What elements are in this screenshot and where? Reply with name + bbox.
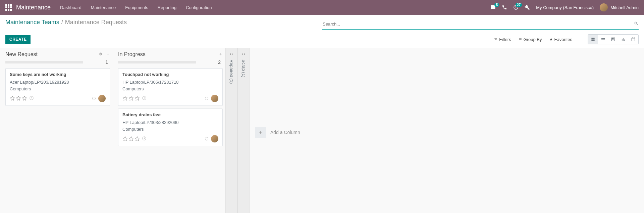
kanban-card[interactable]: Some keys are not workingAcer Laptop/LP/… xyxy=(5,68,110,106)
progress-bar[interactable] xyxy=(118,61,196,63)
view-kanban-button[interactable] xyxy=(588,35,598,44)
nav-maintenance[interactable]: Maintenance xyxy=(91,5,116,10)
view-list-button[interactable] xyxy=(598,35,608,44)
add-column-label[interactable]: Add a Column xyxy=(270,130,300,135)
view-graph-button[interactable] xyxy=(618,35,628,44)
priority-stars[interactable] xyxy=(122,136,140,141)
activity-icon[interactable] xyxy=(142,136,147,142)
favorites-button[interactable]: Favorites xyxy=(549,37,572,42)
gear-icon[interactable] xyxy=(99,52,103,57)
user-name: Mitchell Admin xyxy=(610,5,639,10)
kanban-folded-column[interactable]: Repaired (1) xyxy=(225,48,237,213)
card-category: Computers xyxy=(122,126,218,133)
column-title[interactable]: New Request xyxy=(5,51,38,57)
plus-icon[interactable] xyxy=(106,52,110,57)
search-bar xyxy=(322,19,639,30)
card-equipment: HP Laptop/LP/303/28292090 xyxy=(122,119,218,126)
folded-column-title: Repaired (1) xyxy=(229,59,234,84)
user-menu[interactable]: Mitchell Admin xyxy=(600,3,639,11)
kanban-card[interactable]: Battery drains fastHP Laptop/LP/303/2829… xyxy=(118,109,223,146)
folded-column-title: Scrap (1) xyxy=(241,59,246,77)
view-switcher xyxy=(588,34,639,44)
breadcrumb-current: Maintenance Requests xyxy=(65,19,127,26)
filters-button[interactable]: Filters xyxy=(494,37,511,42)
view-calendar-button[interactable] xyxy=(628,35,638,44)
activity-icon[interactable] xyxy=(142,96,147,101)
activity-badge: 27 xyxy=(516,3,522,7)
progress-bar[interactable] xyxy=(5,61,83,63)
app-brand[interactable]: Maintenance xyxy=(16,4,51,11)
view-pivot-button[interactable] xyxy=(608,35,618,44)
nav-dashboard[interactable]: Dashboard xyxy=(60,5,82,10)
kanban-board: New Request1Some keys are not workingAce… xyxy=(0,48,644,213)
state-dot-icon[interactable] xyxy=(205,97,208,100)
column-count: 1 xyxy=(105,59,110,65)
assignee-avatar-icon[interactable] xyxy=(98,95,106,102)
search-icon[interactable] xyxy=(634,21,639,27)
card-equipment: Acer Laptop/LP/203/19281928 xyxy=(10,79,106,86)
kanban-column: New Request1Some keys are not workingAce… xyxy=(0,48,113,213)
top-navbar: Maintenance Dashboard Maintenance Equipm… xyxy=(0,0,644,15)
card-category: Computers xyxy=(10,86,106,92)
kanban-column: In Progress2Touchpad not workingHP Lapto… xyxy=(113,48,225,213)
nav-reporting[interactable]: Reporting xyxy=(158,5,176,10)
control-panel: Maintenance Teams / Maintenance Requests… xyxy=(0,15,644,48)
card-category: Computers xyxy=(122,86,218,92)
column-title[interactable]: In Progress xyxy=(118,51,146,57)
assignee-avatar-icon[interactable] xyxy=(211,135,218,142)
chat-badge: 5 xyxy=(494,3,499,7)
chat-icon[interactable]: 5 xyxy=(490,5,496,10)
activity-icon[interactable] xyxy=(29,96,34,101)
card-equipment: HP Laptop/LP/305/17281718 xyxy=(122,79,218,86)
state-dot-icon[interactable] xyxy=(92,97,96,100)
card-title: Touchpad not working xyxy=(122,72,218,77)
group-by-button[interactable]: Group By xyxy=(519,37,542,42)
column-count: 2 xyxy=(218,59,223,65)
priority-stars[interactable] xyxy=(122,96,140,101)
breadcrumb: Maintenance Teams / Maintenance Requests xyxy=(5,19,127,26)
search-input[interactable] xyxy=(322,20,634,28)
phone-icon[interactable] xyxy=(502,5,507,10)
debug-icon[interactable] xyxy=(525,5,530,10)
nav-menu: Dashboard Maintenance Equipments Reporti… xyxy=(60,5,212,10)
plus-icon[interactable] xyxy=(219,52,223,57)
apps-icon[interactable] xyxy=(5,4,12,11)
nav-configuration[interactable]: Configuration xyxy=(186,5,212,10)
card-title: Battery drains fast xyxy=(122,112,218,117)
add-column-button[interactable]: + xyxy=(255,127,266,138)
activity-icon[interactable]: 27 xyxy=(513,5,519,10)
kanban-card[interactable]: Touchpad not workingHP Laptop/LP/305/172… xyxy=(118,68,223,106)
priority-stars[interactable] xyxy=(10,96,27,101)
nav-equipments[interactable]: Equipments xyxy=(125,5,148,10)
card-title: Some keys are not working xyxy=(10,72,106,77)
breadcrumb-separator: / xyxy=(61,19,63,26)
company-selector[interactable]: My Company (San Francisco) xyxy=(536,5,594,10)
create-button[interactable]: CREATE xyxy=(5,35,31,44)
user-avatar-icon xyxy=(600,3,608,11)
state-dot-icon[interactable] xyxy=(205,137,208,140)
assignee-avatar-icon[interactable] xyxy=(211,95,218,102)
breadcrumb-link[interactable]: Maintenance Teams xyxy=(5,19,59,26)
kanban-folded-column[interactable]: Scrap (1) xyxy=(237,48,250,213)
add-column: + Add a Column xyxy=(250,48,306,213)
